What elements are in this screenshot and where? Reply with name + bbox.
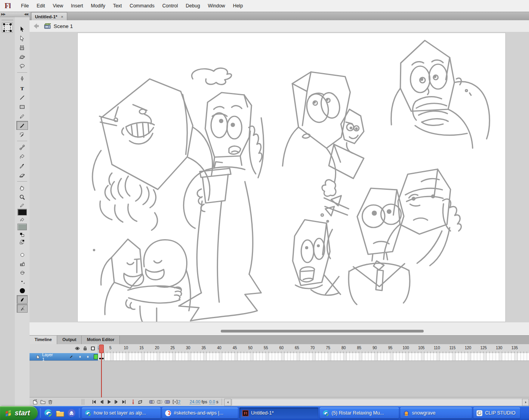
brush-shape-option[interactable] xyxy=(17,295,28,304)
use-tilt-option[interactable] xyxy=(17,304,28,313)
line-tool[interactable] xyxy=(16,93,28,102)
loop-playback-button[interactable] xyxy=(137,399,143,405)
step-forward-button[interactable] xyxy=(113,399,120,405)
go-to-last-frame-button[interactable] xyxy=(120,399,127,405)
timeline-tab-output[interactable]: Output xyxy=(57,336,82,344)
frame-rate-status[interactable]: 24.00 fps xyxy=(190,399,207,404)
go-to-first-frame-button[interactable] xyxy=(91,399,98,405)
black-white-button[interactable] xyxy=(17,231,28,238)
stage-hscrollbar-thumb[interactable] xyxy=(221,330,424,332)
edit-multiple-frames-button[interactable] xyxy=(164,399,171,405)
task-button-3[interactable]: FlUntitled-1* xyxy=(239,408,318,418)
pen-tool[interactable] xyxy=(16,74,28,83)
pasteboard[interactable] xyxy=(30,32,529,322)
task-button-6[interactable]: CLIP STUDIO xyxy=(473,408,520,418)
stroke-color-icon[interactable] xyxy=(17,202,28,208)
task-button-1[interactable]: how to set layer as alp... xyxy=(82,408,161,418)
task-button-2[interactable]: #sketches-and-wips |... xyxy=(162,408,238,418)
onion-skin-button[interactable] xyxy=(148,399,155,405)
lock-fill-option[interactable] xyxy=(17,259,28,268)
hand-tool[interactable] xyxy=(16,183,28,192)
lasso-tool[interactable] xyxy=(16,62,28,71)
eraser-tool[interactable] xyxy=(16,171,28,180)
playhead-marker[interactable] xyxy=(99,345,104,353)
layer-name-cell[interactable]: Layer 1 xyxy=(30,353,98,361)
bone-tool[interactable] xyxy=(16,143,28,152)
fill-color-icon[interactable] xyxy=(17,217,28,223)
brush-mode-option[interactable] xyxy=(17,268,28,277)
onion-skin-outlines-button[interactable] xyxy=(156,399,163,405)
timeline-scroll-right-button[interactable] xyxy=(522,399,529,406)
stage-hscrollbar[interactable] xyxy=(30,322,529,336)
dock-grip-handle[interactable] xyxy=(2,18,13,22)
show-hide-eye-icon[interactable] xyxy=(75,346,80,351)
scene-breadcrumb[interactable]: Scene 1 xyxy=(54,23,73,29)
document-tab[interactable]: Untitled-1* × xyxy=(31,12,67,21)
menu-commands[interactable]: Commands xyxy=(126,0,159,12)
brush-size-menu-option[interactable] xyxy=(17,277,28,286)
lock-icon[interactable] xyxy=(82,346,88,351)
new-layer-button[interactable] xyxy=(32,399,38,405)
paint-bucket-tool[interactable] xyxy=(16,152,28,161)
free-transform-tool[interactable] xyxy=(16,43,28,52)
text-tool[interactable]: T xyxy=(16,84,28,93)
center-frame-button[interactable] xyxy=(130,399,136,405)
dock-expand-button[interactable]: ▶▶ xyxy=(0,12,15,17)
stroke-color-swatch[interactable] xyxy=(17,209,27,215)
swap-colors-button[interactable] xyxy=(17,238,28,245)
quick-launch-edge-icon[interactable] xyxy=(44,409,52,417)
task-button-4[interactable]: (5) Ristar Relaxing Mu... xyxy=(320,408,399,418)
menu-text[interactable]: Text xyxy=(109,0,126,12)
menu-view[interactable]: View xyxy=(49,0,67,12)
menu-file[interactable]: File xyxy=(17,0,33,12)
rectangle-tool[interactable] xyxy=(16,102,28,111)
stage-canvas[interactable] xyxy=(78,33,505,322)
quick-launch-file-explorer-icon[interactable] xyxy=(56,409,64,417)
tab-close-icon[interactable]: × xyxy=(61,14,63,19)
menu-modify[interactable]: Modify xyxy=(87,0,109,12)
menu-help[interactable]: Help xyxy=(229,0,247,12)
tools-collapse-button[interactable]: ◀◀ xyxy=(15,12,30,17)
task-button-5[interactable]: snowgrave xyxy=(400,408,472,418)
menu-window[interactable]: Window xyxy=(204,0,229,12)
play-button[interactable] xyxy=(106,399,112,405)
object-drawing-option[interactable] xyxy=(17,250,28,259)
menu-control[interactable]: Control xyxy=(159,0,182,12)
ruler-label-60: 60 xyxy=(277,346,286,350)
current-frame-status[interactable]: 2 xyxy=(178,399,180,404)
eyedropper-tool[interactable] xyxy=(16,161,28,170)
outline-square-icon[interactable] xyxy=(90,346,96,351)
layer-outline-color-swatch[interactable] xyxy=(94,354,98,359)
fill-color-swatch[interactable] xyxy=(17,224,27,230)
subselection-tool[interactable] xyxy=(16,34,28,43)
brush-size-preview-option[interactable] xyxy=(17,286,28,295)
3d-rotation-tool[interactable] xyxy=(16,52,28,61)
free-transform-panel-button[interactable] xyxy=(2,23,13,33)
back-button[interactable] xyxy=(32,22,40,30)
new-folder-button[interactable] xyxy=(40,399,46,405)
elapsed-time-status[interactable]: 0.0 s xyxy=(209,399,218,404)
spray-brush-tool[interactable] xyxy=(16,130,28,139)
selection-tool[interactable] xyxy=(16,24,28,33)
timeline-tab-timeline[interactable]: Timeline xyxy=(30,336,57,344)
menu-insert[interactable]: Insert xyxy=(67,0,87,12)
pencil-tool[interactable] xyxy=(16,112,28,121)
modify-markers-button[interactable] xyxy=(172,399,178,405)
zoom-tool[interactable] xyxy=(16,192,28,201)
start-button[interactable]: start xyxy=(0,406,38,420)
menu-debug[interactable]: Debug xyxy=(182,0,204,12)
delete-layer-button[interactable] xyxy=(47,399,54,405)
menu-edit[interactable]: Edit xyxy=(33,0,49,12)
layer-visible-dot[interactable] xyxy=(79,356,81,358)
timeline-scroll-track[interactable] xyxy=(232,399,523,406)
controls-grip[interactable] xyxy=(82,399,85,405)
timeline-tab-motion-editor[interactable]: Motion Editor xyxy=(82,336,120,344)
quick-launch-discord-icon[interactable] xyxy=(67,409,76,417)
brush-tool[interactable] xyxy=(16,121,28,130)
timeline-ruler[interactable]: 1510152025303540455055606570758085909510… xyxy=(98,344,529,353)
layer-lock-dot[interactable] xyxy=(87,356,89,358)
layer-frames-strip[interactable] xyxy=(98,353,529,361)
timeline-scroll-left-button[interactable] xyxy=(224,399,231,406)
layer-row[interactable]: Layer 1 xyxy=(30,353,529,360)
step-back-button[interactable] xyxy=(98,399,105,405)
